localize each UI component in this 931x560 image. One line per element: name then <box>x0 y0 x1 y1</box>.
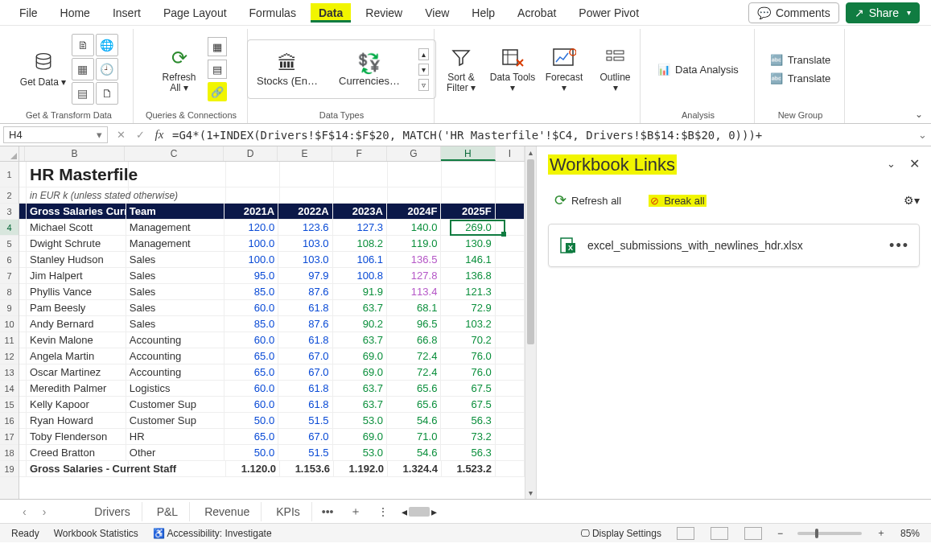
table-row[interactable]: Michael ScottManagement120.0123.6127.314… <box>19 220 525 236</box>
cell[interactable]: 60.0 <box>225 300 278 316</box>
scroll-up-icon[interactable]: ▴ <box>525 148 536 157</box>
tab-acrobat[interactable]: Acrobat <box>509 3 564 23</box>
cell[interactable]: 108.2 <box>333 236 387 252</box>
cell[interactable] <box>496 348 525 364</box>
cell[interactable]: 54.6 <box>387 413 441 429</box>
cell[interactable]: Kevin Malone <box>27 332 126 348</box>
datatype-down-icon[interactable]: ▾ <box>418 64 429 76</box>
cell[interactable]: 127.3 <box>333 220 387 236</box>
cell[interactable] <box>19 364 27 381</box>
cell[interactable]: 67.0 <box>278 364 332 381</box>
col-b[interactable]: B <box>25 146 125 161</box>
row-header-2[interactable]: 2 <box>0 187 19 204</box>
fx-icon[interactable]: fx <box>150 128 169 142</box>
cell[interactable]: 61.8 <box>278 300 332 316</box>
cell[interactable]: 63.7 <box>333 381 387 397</box>
existing-connections-icon[interactable]: ▤ <box>72 82 94 105</box>
tab-review[interactable]: Review <box>357 3 410 23</box>
cell[interactable]: 103.0 <box>278 236 332 252</box>
cell[interactable] <box>19 381 27 397</box>
cell[interactable]: 51.5 <box>278 413 332 429</box>
cell[interactable]: 85.0 <box>225 284 278 300</box>
spreadsheet-grid[interactable]: HR Masterfile in EUR k (unless stated ot… <box>19 162 525 499</box>
cell[interactable] <box>496 268 525 284</box>
table-row[interactable]: Phyllis VanceSales85.087.691.9113.4121.3 <box>19 284 525 300</box>
cell[interactable] <box>496 413 525 429</box>
cell[interactable] <box>19 429 27 445</box>
row-header-14[interactable]: 14 <box>0 381 19 397</box>
row-header-5[interactable]: 5 <box>0 236 19 252</box>
cell[interactable]: Kelly Kapoor <box>27 397 126 413</box>
cell[interactable]: Angela Martin <box>27 348 126 364</box>
cell[interactable]: 71.0 <box>387 429 441 445</box>
horizontal-scrollbar[interactable]: ◂ ▸ <box>402 505 437 518</box>
row-header-16[interactable]: 16 <box>0 413 19 429</box>
select-all-corner[interactable] <box>0 146 19 162</box>
cell[interactable]: Sales <box>126 284 225 300</box>
zoom-level[interactable]: 85% <box>900 528 920 539</box>
row-header-8[interactable]: 8 <box>0 284 19 300</box>
cell[interactable]: Dwight Schrute <box>27 236 126 252</box>
row-header-18[interactable]: 18 <box>0 445 19 461</box>
display-settings[interactable]: 🖵 Display Settings <box>580 528 661 539</box>
sheet-tabs-more-icon[interactable]: ••• <box>315 505 340 518</box>
col-f[interactable]: F <box>332 146 387 161</box>
zoom-slider[interactable] <box>797 532 862 535</box>
cell[interactable]: 140.0 <box>387 220 441 236</box>
cell[interactable]: 113.4 <box>387 284 441 300</box>
cell[interactable]: 87.6 <box>278 284 332 300</box>
panel-close-icon[interactable]: ✕ <box>909 156 920 171</box>
sort-filter-button[interactable]: Sort & Filter ▾ <box>438 45 484 93</box>
cell[interactable]: 100.0 <box>225 236 278 252</box>
cell[interactable]: Meredith Palmer <box>27 381 126 397</box>
from-web-icon[interactable]: 🌐 <box>96 34 118 56</box>
tab-help[interactable]: Help <box>463 3 503 23</box>
name-box[interactable]: H4 ▾ <box>3 126 108 143</box>
cell[interactable]: 100.8 <box>333 268 387 284</box>
cell[interactable] <box>19 236 27 252</box>
cell[interactable] <box>496 445 525 461</box>
from-table-icon[interactable]: ▦ <box>72 58 94 80</box>
cell[interactable] <box>496 284 525 300</box>
new-sheet-icon[interactable]: ＋ <box>344 504 368 519</box>
cell[interactable]: 67.0 <box>278 348 332 364</box>
cell[interactable]: Other <box>126 445 225 461</box>
cell[interactable]: 60.0 <box>225 381 278 397</box>
cell[interactable]: 53.0 <box>333 445 387 461</box>
cell[interactable]: 63.7 <box>333 300 387 316</box>
data-analysis-button[interactable]: 📊 Data Analysis <box>656 62 740 77</box>
cell[interactable]: 127.8 <box>387 268 441 284</box>
view-page-break-icon[interactable] <box>744 527 762 540</box>
scroll-down-icon[interactable]: ▾ <box>525 488 536 497</box>
get-data-button[interactable]: Get Data ▾ <box>20 50 67 88</box>
accept-formula-icon[interactable]: ✓ <box>130 129 150 141</box>
cell[interactable] <box>19 413 27 429</box>
hscroll-right-icon[interactable]: ▸ <box>431 505 437 518</box>
table-row[interactable]: Angela MartinAccounting65.067.069.072.47… <box>19 348 525 364</box>
accessibility-status[interactable]: ♿ Accessibility: Investigate <box>153 528 272 539</box>
link-more-icon[interactable]: ••• <box>889 237 909 254</box>
cell[interactable] <box>496 429 525 445</box>
tab-home[interactable]: Home <box>52 3 98 23</box>
tab-nav-prev-icon[interactable]: ‹ <box>16 505 33 518</box>
cell[interactable]: Toby Flenderson <box>27 429 126 445</box>
row-header-3[interactable]: 3 <box>0 204 19 220</box>
cell[interactable] <box>496 316 525 332</box>
cell[interactable]: 76.0 <box>441 364 495 381</box>
cell[interactable]: 50.0 <box>225 413 278 429</box>
col-g[interactable]: G <box>387 146 442 161</box>
table-row[interactable]: Stanley HudsonSales100.0103.0106.1136.51… <box>19 252 525 268</box>
cell[interactable] <box>19 300 27 316</box>
data-tools-button[interactable]: Data Tools ▾ <box>489 45 536 93</box>
cell[interactable]: Customer Sup <box>126 397 225 413</box>
cell[interactable]: 269.0 <box>441 220 495 236</box>
cell[interactable] <box>496 300 525 316</box>
cell[interactable]: 103.0 <box>278 252 332 268</box>
cell[interactable]: 87.6 <box>278 316 332 332</box>
cell[interactable]: 69.0 <box>333 348 387 364</box>
cell[interactable]: Michael Scott <box>27 220 126 236</box>
cell[interactable]: 67.5 <box>441 381 495 397</box>
sheet-tab-revenue[interactable]: Revenue <box>193 502 262 521</box>
cell[interactable]: Stanley Hudson <box>27 252 126 268</box>
row-header-15[interactable]: 15 <box>0 397 19 413</box>
